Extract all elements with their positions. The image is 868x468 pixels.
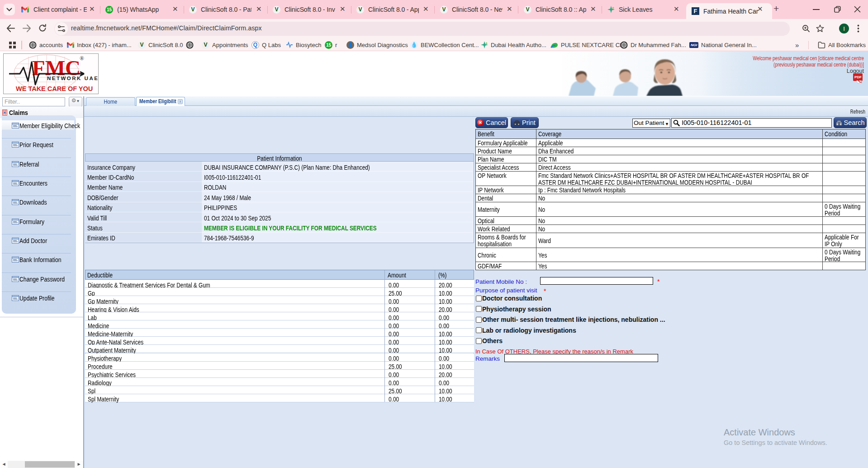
svg-text:WE TAKE CARE OF YOU: WE TAKE CARE OF YOU	[16, 85, 93, 92]
svg-text:®: ®	[80, 55, 84, 62]
svg-text:NETWORK UAE: NETWORK UAE	[47, 76, 98, 81]
svg-text:PDF: PDF	[854, 75, 862, 79]
